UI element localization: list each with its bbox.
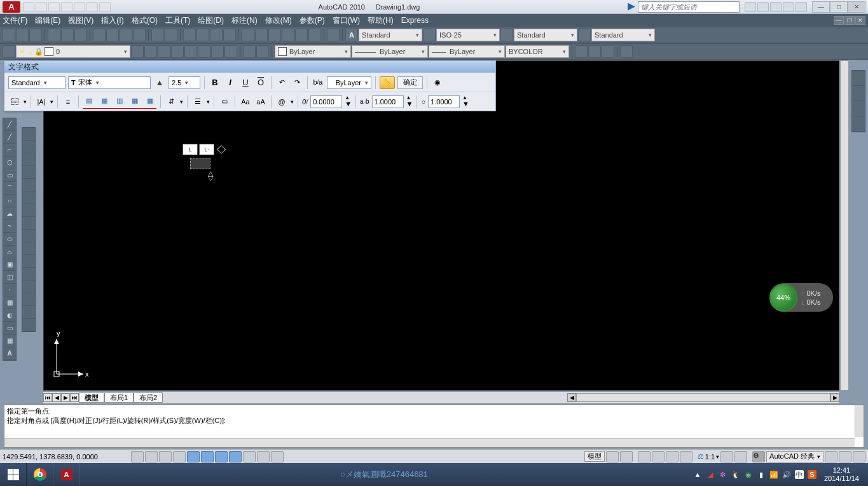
print-icon[interactable] [48, 29, 60, 41]
uppercase-icon[interactable]: Aa [239, 95, 252, 108]
qat-redo-icon[interactable] [74, 2, 85, 12]
tab-nav-prev[interactable]: ◀ [52, 393, 61, 402]
otrack-button[interactable] [201, 451, 214, 462]
layer-match-icon[interactable] [224, 45, 237, 58]
text-style-A-icon[interactable]: A [345, 29, 358, 41]
extend-icon[interactable] [22, 255, 35, 268]
menu-format[interactable]: 格式(O) [132, 15, 158, 26]
bold-button[interactable]: B [209, 76, 221, 89]
make-block-icon[interactable]: ◫ [3, 271, 16, 284]
redo-icon[interactable]: ↷ [291, 76, 303, 89]
table-icon[interactable]: ▦ [3, 335, 16, 347]
symbol-icon[interactable]: @ [275, 95, 288, 108]
tool-palettes-icon[interactable] [268, 29, 281, 41]
menu-parametric[interactable]: 参数(P) [300, 15, 325, 26]
construction-line-icon[interactable]: ╱ [3, 131, 16, 144]
menu-view[interactable]: 视图(V) [68, 15, 93, 26]
mtext-justify-icon[interactable]: |A| [35, 95, 48, 108]
insert-block-icon[interactable]: ▣ [3, 258, 16, 271]
vertical-scrollbar[interactable] [840, 60, 849, 391]
line-spacing-icon[interactable]: ⇵ [165, 95, 177, 108]
zoom-window-icon[interactable] [210, 29, 223, 41]
clean-screen-icon[interactable] [853, 451, 865, 462]
rt-btn-4[interactable] [852, 116, 865, 132]
coords-display[interactable]: 1429.5491, 1378.6839, 0.0000 [3, 453, 130, 461]
new-icon[interactable] [3, 29, 15, 41]
layer-make-current-icon[interactable] [211, 45, 224, 58]
mtext-icon[interactable]: A [3, 347, 16, 360]
app-logo[interactable]: A [3, 1, 20, 13]
menu-file[interactable]: 文件(F) [3, 15, 27, 26]
cmd-vscroll[interactable] [855, 405, 864, 437]
ok-button[interactable]: 确定 [397, 76, 423, 89]
grid-button[interactable] [145, 451, 158, 462]
qat-dropdown-icon[interactable] [99, 2, 111, 12]
snap-button[interactable] [131, 451, 144, 462]
ellipse-icon[interactable]: ⬭ [3, 233, 16, 246]
menu-help[interactable]: 帮助(H) [368, 15, 394, 26]
align-right-icon[interactable]: ▥ [113, 95, 126, 108]
task-chrome[interactable] [27, 463, 53, 486]
qat-new-icon[interactable] [23, 2, 34, 12]
insert-field-icon[interactable]: ▭ [218, 95, 231, 108]
layer-uniso-icon[interactable] [171, 45, 184, 58]
netspeed-widget[interactable]: 44% ↑0K/s ↓0K/s [769, 283, 833, 312]
menu-window[interactable]: 窗口(W) [333, 15, 360, 26]
column-grip-icon[interactable] [217, 145, 226, 154]
align-left-icon[interactable]: ▤ [83, 95, 95, 108]
mtext-editor[interactable]: L L· △▽ [183, 144, 224, 181]
break-icon[interactable] [22, 268, 35, 281]
polar-button[interactable] [173, 451, 186, 462]
tf-color-combo[interactable]: ByLayer [327, 76, 371, 89]
search-input[interactable] [638, 1, 740, 13]
width-factor-input[interactable] [428, 95, 460, 108]
publish-icon[interactable] [74, 29, 87, 41]
stack-icon[interactable]: b/a [312, 76, 324, 89]
quickcalc-icon[interactable] [308, 29, 321, 41]
save-icon[interactable] [29, 29, 42, 41]
maximize-button[interactable]: □ [830, 1, 848, 13]
help-icon[interactable] [796, 2, 807, 12]
arc-icon[interactable]: ⌒ [3, 182, 16, 195]
region-icon[interactable]: ▭ [3, 322, 16, 335]
array-icon[interactable] [22, 179, 35, 191]
model-space-button[interactable]: 模型 [584, 451, 605, 462]
menu-edit[interactable]: 编辑(E) [35, 15, 60, 26]
tray-volume-icon[interactable]: 🔊 [782, 470, 791, 479]
gradient-icon[interactable]: ◐ [3, 309, 16, 322]
layer-prev-icon[interactable] [144, 45, 157, 58]
point-icon[interactable]: · [3, 284, 16, 296]
mleader-style-icon[interactable] [578, 29, 591, 41]
open-icon[interactable] [16, 29, 29, 41]
numbering-icon[interactable]: ☰ [191, 95, 204, 108]
osnap-button[interactable] [187, 451, 200, 462]
rectangle-icon[interactable]: ▭ [3, 169, 16, 182]
lowercase-icon[interactable]: aA [254, 95, 267, 108]
workspace-combo[interactable]: AutoCAD 经典▾ [766, 451, 823, 462]
mdi-minimize-button[interactable]: — [834, 16, 844, 25]
oblique-input[interactable] [310, 95, 342, 108]
workspace-switching-icon[interactable]: ⚙ [752, 451, 765, 462]
linetype-combo[interactable]: ———ByLayer [352, 45, 428, 58]
align-center-icon[interactable]: ▦ [98, 95, 111, 108]
paragraph-icon[interactable]: ≡ [62, 95, 74, 108]
tab-nav-first[interactable]: ⏮ [43, 393, 52, 402]
hatch-icon[interactable]: ▦ [3, 296, 16, 309]
move-icon[interactable] [22, 191, 35, 204]
qp-button[interactable] [257, 451, 270, 462]
erase-icon[interactable] [22, 128, 35, 141]
align-justify-icon[interactable]: ▦ [128, 95, 141, 108]
lineweight-combo[interactable]: ——ByLayer [429, 45, 505, 58]
layer-combo[interactable]: ☀☼🔒 0 [16, 45, 130, 58]
block-insert-icon[interactable] [575, 45, 588, 58]
rotate-icon[interactable] [22, 204, 35, 217]
ruler-icon[interactable]: 📏 [380, 76, 395, 89]
line-icon[interactable]: ╱ [3, 118, 16, 131]
columns-icon[interactable]: ⿳ [8, 95, 21, 108]
table-style-icon[interactable] [500, 29, 513, 41]
mirror-icon[interactable] [22, 153, 35, 166]
key-icon[interactable] [757, 2, 769, 12]
explode-icon[interactable] [22, 319, 35, 331]
paste-icon[interactable] [120, 29, 132, 41]
tab-nav-next[interactable]: ▶ [61, 393, 70, 402]
